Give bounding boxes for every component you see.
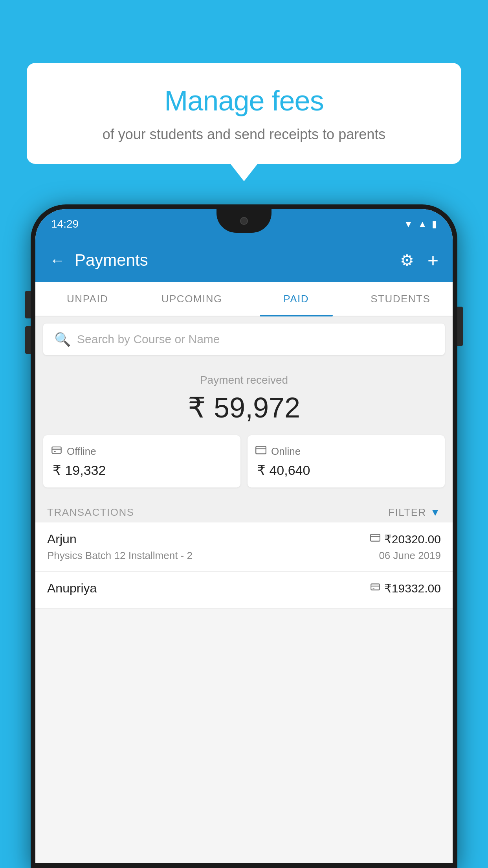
signal-icon: ▲ (418, 219, 427, 230)
filter-label: FILTER (388, 506, 426, 519)
power-button (457, 307, 463, 346)
filter-icon: ▼ (430, 506, 441, 519)
svg-rect-5 (371, 534, 380, 541)
notch (216, 209, 272, 233)
status-time: 14:29 (51, 218, 79, 230)
phone-screen: 14:29 ▼ ▲ ▮ ← Payments ⚙ + U (35, 209, 453, 863)
filter-button[interactable]: FILTER ▼ (388, 506, 441, 519)
search-icon: 🔍 (54, 331, 71, 347)
transaction-amount-row: ₹20320.00 (370, 532, 441, 546)
tab-unpaid[interactable]: UNPAID (35, 282, 140, 316)
transaction-list: Arjun ₹20320.00 Physics (35, 522, 453, 609)
settings-icon[interactable]: ⚙ (400, 251, 414, 269)
online-amount: ₹ 40,640 (255, 462, 310, 478)
wifi-icon: ▼ (404, 219, 413, 230)
tab-students[interactable]: STUDENTS (349, 282, 453, 316)
status-icons: ▼ ▲ ▮ (404, 219, 437, 230)
tab-paid[interactable]: PAID (244, 282, 349, 316)
transactions-label: TRANSACTIONS (47, 506, 134, 519)
svg-rect-3 (256, 447, 266, 454)
add-button[interactable]: + (427, 250, 438, 271)
online-label: Online (271, 445, 301, 458)
offline-amount: ₹ 19,332 (51, 462, 106, 478)
transaction-payment-icon (370, 582, 380, 595)
payment-cards: Offline ₹ 19,332 (43, 435, 445, 487)
svg-rect-0 (52, 447, 61, 453)
transaction-amount-row: ₹19332.00 (370, 581, 441, 595)
volume-up-button (25, 291, 31, 318)
transaction-name: Anupriya (47, 581, 97, 596)
transaction-amount: ₹19332.00 (384, 581, 441, 595)
svg-rect-7 (371, 584, 380, 590)
offline-payment-card: Offline ₹ 19,332 (43, 435, 240, 487)
transaction-amount: ₹20320.00 (384, 532, 441, 546)
speech-bubble-subtitle: of your students and send receipts to pa… (50, 125, 438, 144)
offline-payment-icon (51, 445, 62, 458)
transaction-course: Physics Batch 12 Installment - 2 (47, 550, 193, 562)
tab-bar: UNPAID UPCOMING PAID STUDENTS (35, 282, 453, 316)
payment-summary: Payment received ₹ 59,972 (35, 362, 453, 499)
transactions-header: TRANSACTIONS FILTER ▼ (35, 499, 453, 522)
app-header: ← Payments ⚙ + (35, 239, 453, 282)
online-payment-card: Online ₹ 40,640 (248, 435, 445, 487)
camera (240, 217, 248, 225)
transaction-payment-icon (370, 533, 380, 546)
online-payment-icon (255, 445, 266, 458)
payment-total-amount: ₹ 59,972 (43, 391, 445, 424)
volume-down-button (25, 326, 31, 354)
search-input[interactable]: Search by Course or Name (77, 333, 220, 346)
phone-frame: 14:29 ▼ ▲ ▮ ← Payments ⚙ + U (31, 204, 457, 868)
transaction-date: 06 June 2019 (379, 550, 441, 562)
offline-label: Offline (67, 445, 96, 458)
search-container: 🔍 Search by Course or Name (35, 316, 453, 362)
page-title: Payments (75, 251, 391, 270)
payment-label: Payment received (43, 374, 445, 386)
speech-bubble: Manage fees of your students and send re… (27, 63, 461, 164)
background: Manage fees of your students and send re… (0, 0, 488, 868)
search-bar[interactable]: 🔍 Search by Course or Name (43, 324, 445, 355)
transaction-item[interactable]: Arjun ₹20320.00 Physics (35, 522, 453, 572)
back-button[interactable]: ← (50, 252, 65, 269)
transaction-name: Arjun (47, 532, 77, 546)
speech-bubble-title: Manage fees (50, 85, 438, 117)
tab-upcoming[interactable]: UPCOMING (140, 282, 244, 316)
transaction-item[interactable]: Anupriya ₹19332.00 (35, 572, 453, 609)
status-bar: 14:29 ▼ ▲ ▮ (35, 209, 453, 239)
battery-icon: ▮ (432, 219, 437, 230)
